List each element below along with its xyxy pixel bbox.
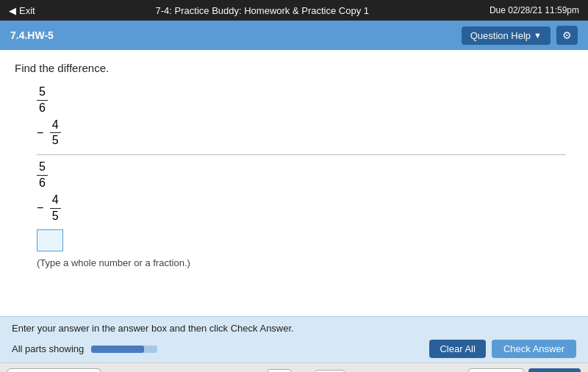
settings-button[interactable]: ⚙ <box>556 26 578 45</box>
question-header: 7.4.HW-5 Question Help ▼ ⚙ <box>0 21 588 50</box>
separator-line <box>37 154 566 155</box>
type-hint: (Type a whole number or a fraction.) <box>37 257 573 268</box>
fraction-5-6-second: 5 6 <box>37 160 48 191</box>
back-button[interactable]: ◄ Back <box>468 368 523 372</box>
top-bar: ◀ Exit 7-4: Practice Buddy: Homework & P… <box>0 0 588 21</box>
all-parts-showing: All parts showing <box>12 343 157 354</box>
fraction-4-5-second: 4 5 <box>50 193 61 224</box>
action-buttons: Clear All Check Answer <box>429 340 576 358</box>
minus-sign-1: − <box>37 126 43 140</box>
bottom-nav: Review progress Question of 9 Go ◄ Back … <box>0 362 588 372</box>
question-nav: Question of 9 Go <box>225 369 345 373</box>
numerator-3: 5 <box>37 160 48 176</box>
numerator-1: 5 <box>37 85 48 101</box>
clear-all-button[interactable]: Clear All <box>429 340 485 358</box>
review-progress-button[interactable]: Review progress <box>7 368 101 372</box>
exit-arrow-icon: ◀ <box>9 5 16 16</box>
second-problem-block: 5 6 − 4 5 (Type a whole number or a frac… <box>37 160 573 268</box>
chevron-down-icon: ▼ <box>534 31 542 40</box>
exit-label: Exit <box>19 5 35 16</box>
denominator-1: 6 <box>37 101 48 116</box>
page-title: 7-4: Practice Buddy: Homework & Practice… <box>35 5 490 16</box>
denominator-3: 6 <box>37 176 48 191</box>
instruction-text: Enter your answer in the answer box and … <box>12 323 576 334</box>
answer-box[interactable] <box>37 229 63 251</box>
question-help-label: Question Help <box>470 30 531 41</box>
numerator-4: 4 <box>50 193 61 209</box>
instruction-bar: Enter your answer in the answer box and … <box>0 316 588 362</box>
progress-bar <box>91 346 157 353</box>
main-content: Find the difference. 5 6 − 4 5 5 6 − <box>0 50 588 316</box>
exit-button[interactable]: ◀ Exit <box>9 5 35 16</box>
denominator-2: 5 <box>50 133 61 149</box>
header-controls: Question Help ▼ ⚙ <box>462 26 578 45</box>
check-answer-button[interactable]: Check Answer <box>492 340 576 358</box>
fraction-5-6: 5 6 <box>37 85 48 116</box>
question-help-button[interactable]: Question Help ▼ <box>462 26 551 45</box>
nav-buttons: ◄ Back Next ► <box>468 368 581 372</box>
gear-icon: ⚙ <box>562 29 572 41</box>
due-date: Due 02/28/21 11:59pm <box>490 5 579 15</box>
all-parts-label: All parts showing <box>12 343 84 354</box>
fraction-4-5: 4 5 <box>50 118 61 149</box>
denominator-4: 5 <box>50 209 61 224</box>
minus-sign-2: − <box>37 201 43 215</box>
question-prompt: Find the difference. <box>15 62 573 74</box>
first-problem-block: 5 6 − 4 5 <box>37 85 573 149</box>
question-id: 7.4.HW-5 <box>10 29 54 41</box>
numerator-2: 4 <box>50 118 61 134</box>
progress-bar-fill <box>91 346 144 353</box>
controls-row: All parts showing Clear All Check Answer <box>12 340 576 358</box>
question-number-input[interactable] <box>268 369 291 373</box>
next-button[interactable]: Next ► <box>528 368 581 372</box>
